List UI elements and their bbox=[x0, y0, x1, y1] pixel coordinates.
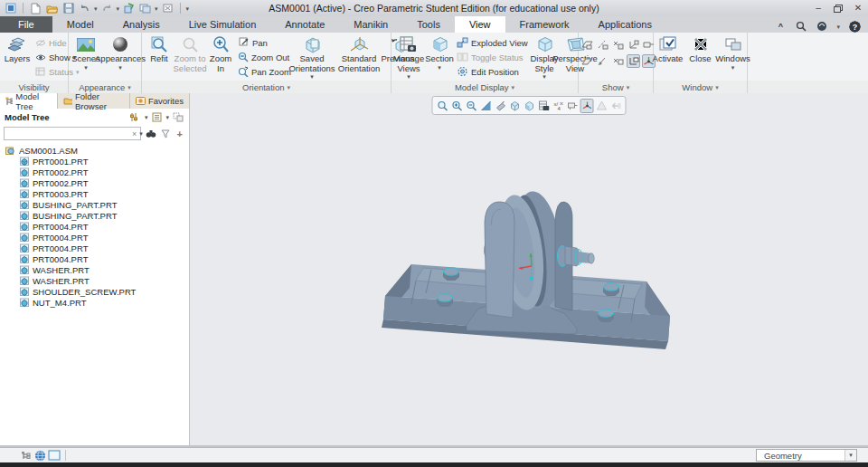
tree-columns-caret[interactable]: ▾ bbox=[165, 114, 169, 120]
navtab-model-tree[interactable]: Model Tree bbox=[0, 93, 58, 109]
expand-tree-icon[interactable]: + bbox=[174, 128, 185, 139]
tree-item[interactable]: PRT0004.PRT bbox=[0, 253, 189, 264]
navtab-folder-browser[interactable]: Folder Browser bbox=[58, 93, 130, 109]
tab-manikin[interactable]: Manikin bbox=[339, 16, 402, 33]
find-icon[interactable] bbox=[146, 128, 157, 139]
tab-annotate[interactable]: Annotate bbox=[270, 16, 339, 33]
appearances-button[interactable]: Appearances ▾ bbox=[101, 33, 139, 80]
tree-item[interactable]: PRT0004.PRT bbox=[0, 221, 189, 232]
tree-columns-icon[interactable] bbox=[150, 111, 163, 123]
assembly-model-3d[interactable] bbox=[190, 93, 868, 445]
tree-filters-caret[interactable]: ▾ bbox=[145, 114, 148, 120]
tree-item[interactable]: PRT0004.PRT bbox=[0, 232, 189, 243]
tree-item[interactable]: BUSHING_PART.PRT bbox=[0, 199, 189, 210]
new-file-icon[interactable] bbox=[29, 2, 42, 14]
zoom-in-button[interactable]: Zoom In bbox=[205, 33, 236, 80]
edit-position-button[interactable]: Edit Position bbox=[455, 65, 529, 78]
activate-button[interactable]: Activate bbox=[653, 33, 684, 80]
zoom-out-button[interactable]: Zoom Out bbox=[236, 51, 288, 63]
gt-previous-view-icon[interactable] bbox=[609, 99, 623, 113]
gt-repaint-icon[interactable] bbox=[479, 99, 493, 113]
regenerate-icon[interactable] bbox=[122, 2, 136, 14]
selection-filter-dropdown[interactable]: Geometry ▾ bbox=[756, 449, 857, 462]
close-window-button[interactable]: Close bbox=[685, 33, 716, 80]
open-icon[interactable] bbox=[45, 2, 59, 14]
sync-caret[interactable]: ▾ bbox=[836, 24, 840, 30]
graphics-area[interactable]: x/4 bbox=[190, 93, 868, 445]
sync-icon[interactable] bbox=[816, 20, 828, 33]
save-icon[interactable] bbox=[61, 2, 75, 14]
gt-display-style-icon[interactable] bbox=[508, 99, 522, 113]
tab-view[interactable]: View bbox=[455, 16, 505, 33]
search-history-caret[interactable]: ▾ bbox=[139, 130, 143, 137]
tree-item[interactable]: PRT0002.PRT bbox=[0, 167, 189, 177]
qat-customize-caret[interactable]: ▾ bbox=[186, 5, 190, 12]
tree-item[interactable]: NUT_M4.PRT bbox=[0, 297, 189, 308]
gt-zoom-out-icon[interactable] bbox=[465, 99, 478, 113]
gt-datum-filter-icon[interactable]: x/4 bbox=[552, 99, 565, 113]
layers-button[interactable]: Layers bbox=[2, 33, 33, 80]
tree-item[interactable]: PRT0002.PRT bbox=[0, 177, 189, 188]
axis-tag-display-icon[interactable] bbox=[596, 54, 609, 68]
filter-icon[interactable] bbox=[160, 128, 172, 139]
pan-button[interactable]: Pan bbox=[236, 36, 288, 49]
tree-item[interactable]: BUSHING_PART.PRT bbox=[0, 210, 189, 221]
status-button[interactable]: Status ▾ bbox=[33, 65, 80, 78]
tree-filters-icon[interactable] bbox=[129, 111, 142, 123]
tree-search-input[interactable] bbox=[4, 127, 141, 140]
search-icon[interactable] bbox=[795, 20, 807, 33]
minimize-button[interactable]: – bbox=[812, 3, 825, 14]
plane-display-icon[interactable] bbox=[580, 38, 594, 52]
tab-tools[interactable]: Tools bbox=[402, 16, 455, 33]
navtab-favorites[interactable]: Favorites bbox=[130, 93, 190, 109]
close-window-icon[interactable] bbox=[161, 2, 175, 14]
undo-icon[interactable] bbox=[78, 2, 91, 14]
tab-analysis[interactable]: Analysis bbox=[108, 16, 175, 33]
point-tag-display-icon[interactable] bbox=[611, 54, 625, 68]
redo-caret[interactable]: ▾ bbox=[117, 5, 120, 12]
point-display-icon[interactable] bbox=[611, 38, 625, 52]
tree-item[interactable]: PRT0003.PRT bbox=[0, 188, 189, 199]
undo-caret[interactable]: ▾ bbox=[94, 5, 98, 12]
window-switch-caret[interactable]: ▾ bbox=[155, 5, 158, 12]
toggle-model-tree-icon[interactable] bbox=[18, 449, 33, 462]
restore-button[interactable] bbox=[832, 3, 844, 14]
standard-orientation-button[interactable]: Standard Orientation bbox=[335, 33, 382, 80]
tree-item[interactable]: WASHER.PRT bbox=[0, 264, 189, 275]
tab-applications[interactable]: Applications bbox=[584, 16, 666, 33]
tree-item[interactable]: PRT0001.PRT bbox=[0, 156, 189, 167]
gt-saved-orientations-icon[interactable] bbox=[494, 99, 507, 113]
tab-live-simulation[interactable]: Live Simulation bbox=[175, 16, 271, 33]
zoom-to-selected-button[interactable]: Zoom to Selected bbox=[175, 33, 205, 80]
tab-file[interactable]: File bbox=[0, 16, 52, 33]
exploded-view-button[interactable]: Exploded View bbox=[455, 36, 529, 49]
selection-filter-caret[interactable]: ▾ bbox=[844, 450, 856, 461]
redo-icon[interactable] bbox=[100, 2, 114, 14]
refit-button[interactable]: Refit bbox=[144, 33, 175, 80]
tree-options-icon[interactable] bbox=[172, 111, 184, 123]
gt-zoom-in-icon[interactable] bbox=[450, 99, 464, 113]
csys-tag-display-icon[interactable] bbox=[627, 54, 640, 68]
section-button[interactable]: Section ▾ bbox=[424, 33, 455, 80]
gt-annotation-icon[interactable] bbox=[566, 99, 580, 113]
windows-button[interactable]: Windows ▾ bbox=[718, 33, 749, 80]
axis-display-icon[interactable] bbox=[596, 38, 609, 52]
gt-warning-icon[interactable] bbox=[595, 99, 609, 113]
plane-tag-display-icon[interactable] bbox=[580, 54, 594, 68]
tree-item-assembly[interactable]: ASM0001.ASM bbox=[0, 145, 189, 156]
help-icon[interactable]: ? bbox=[848, 20, 861, 33]
toggle-status-button[interactable]: Toggle Status bbox=[455, 51, 529, 63]
hide-button[interactable]: Hide bbox=[33, 36, 80, 49]
gt-manage-views-icon[interactable] bbox=[537, 99, 551, 113]
window-switch-icon[interactable] bbox=[138, 2, 152, 14]
tab-framework[interactable]: Framework bbox=[505, 16, 584, 33]
saved-orientations-button[interactable]: Saved Orientations ▾ bbox=[288, 33, 335, 80]
tab-model[interactable]: Model bbox=[52, 16, 108, 33]
csys-display-icon[interactable] bbox=[627, 38, 640, 52]
tree-item[interactable]: WASHER.PRT bbox=[0, 275, 189, 286]
manage-views-button[interactable]: Manage Views ▾ bbox=[393, 33, 424, 80]
app-icon[interactable] bbox=[4, 2, 17, 14]
close-button[interactable]: ✕ bbox=[852, 3, 864, 14]
tree-item[interactable]: SHOULDER_SCREW.PRT bbox=[0, 286, 189, 297]
gt-refit-icon[interactable] bbox=[436, 99, 449, 113]
